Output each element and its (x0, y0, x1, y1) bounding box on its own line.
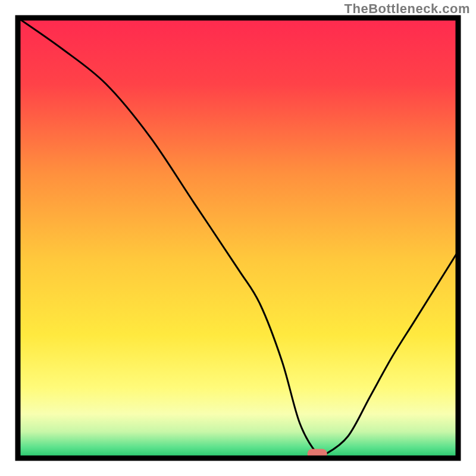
bottleneck-chart (0, 0, 476, 476)
branding-watermark: TheBottleneck.com (345, 1, 470, 17)
chart-frame: TheBottleneck.com (0, 0, 476, 476)
plot-background-gradient (18, 18, 458, 458)
